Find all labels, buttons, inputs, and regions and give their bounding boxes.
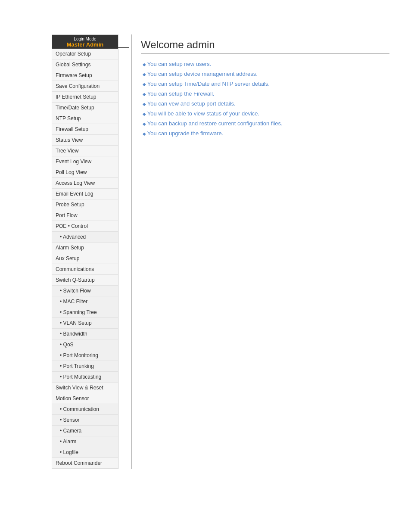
sidebar-item-bandwidth[interactable]: Bandwidth <box>52 329 118 339</box>
sidebar-item-motion-sensor[interactable]: Motion Sensor <box>52 393 118 404</box>
sidebar-item-reboot-commander[interactable]: Reboot Commander <box>52 458 118 469</box>
sidebar-item-poe-advanced[interactable]: Advanced <box>52 232 118 243</box>
sidebar: Login Mode Master Admin Operator SetupGl… <box>52 34 118 469</box>
sidebar-item-status-view[interactable]: Status View <box>52 135 118 146</box>
sidebar-item-aux-setup[interactable]: Aux Setup <box>52 253 118 264</box>
sidebar-item-operator-setup[interactable]: Operator Setup <box>52 49 118 59</box>
sidebar-item-tree-view[interactable]: Tree View <box>52 146 118 156</box>
sidebar-item-port-multicasting[interactable]: Port Multicasting <box>52 372 118 383</box>
sidebar-item-event-log-view[interactable]: Event Log View <box>52 156 118 167</box>
sidebar-item-poe-control[interactable]: POE • Control <box>52 221 118 232</box>
sidebar-item-ntp-setup[interactable]: NTP Setup <box>52 113 118 124</box>
sidebar-item-ip-ethernet-setup[interactable]: IP Ethernet Setup <box>52 92 118 103</box>
sidebar-item-qos[interactable]: QoS <box>52 339 118 350</box>
sidebar-item-spanning-tree[interactable]: Spanning Tree <box>52 307 118 318</box>
sidebar-header: Login Mode Master Admin <box>52 35 118 49</box>
sidebar-item-communications[interactable]: Communications <box>52 264 118 275</box>
sidebar-item-save-configuration[interactable]: Save Configuration <box>52 81 118 92</box>
sidebar-item-email-event-log[interactable]: Email Event Log <box>52 189 118 199</box>
welcome-list: You can setup new users.You can setup de… <box>141 61 389 137</box>
welcome-bullet-5: You will be able to view status of your … <box>141 110 389 117</box>
sidebar-item-sensor[interactable]: Sensor <box>52 415 118 426</box>
sidebar-item-probe-setup[interactable]: Probe Setup <box>52 199 118 210</box>
sidebar-item-port-flow[interactable]: Port Flow <box>52 210 118 221</box>
sidebar-item-time-date-setup[interactable]: Time/Date Setup <box>52 103 118 113</box>
welcome-bullet-1: You can setup device management address. <box>141 71 389 77</box>
main-content: Welcome admin You can setup new users.Yo… <box>131 34 398 469</box>
sidebar-item-alarm[interactable]: Alarm <box>52 436 118 447</box>
sidebar-item-firewall-setup[interactable]: Firewall Setup <box>52 124 118 135</box>
sidebar-item-communication[interactable]: Communication <box>52 404 118 415</box>
welcome-bullet-4: You can vew and setup port details. <box>141 100 389 107</box>
welcome-bullet-3: You can setup the Firewall. <box>141 90 389 97</box>
login-mode-label: Login Mode <box>54 37 116 41</box>
sidebar-item-firmware-setup[interactable]: Firmware Setup <box>52 70 118 81</box>
welcome-bullet-0: You can setup new users. <box>141 61 389 67</box>
top-line <box>52 47 129 48</box>
sidebar-item-global-settings[interactable]: Global Settings <box>52 59 118 70</box>
welcome-bullet-2: You can setup Time/Date and NTP server d… <box>141 81 389 87</box>
sidebar-item-alarm-setup[interactable]: Alarm Setup <box>52 243 118 253</box>
sidebar-item-vlan-setup[interactable]: VLAN Setup <box>52 318 118 329</box>
sidebar-item-switch-view-reset[interactable]: Switch View & Reset <box>52 383 118 393</box>
sidebar-item-mac-filter[interactable]: MAC Filter <box>52 296 118 307</box>
welcome-bullet-6: You can backup and restore current confi… <box>141 120 389 127</box>
sidebar-item-port-trunking[interactable]: Port Trunking <box>52 361 118 372</box>
sidebar-item-port-monitoring[interactable]: Port Monitoring <box>52 350 118 361</box>
sidebar-item-switch-flow[interactable]: Switch Flow <box>52 286 118 296</box>
sidebar-item-access-log-view[interactable]: Access Log View <box>52 178 118 189</box>
sidebar-items: Operator SetupGlobal SettingsFirmware Se… <box>52 49 118 469</box>
welcome-title: Welcome admin <box>141 39 389 54</box>
sidebar-item-logfile[interactable]: Logfile <box>52 447 118 458</box>
welcome-bullet-7: You can upgrade the firmware. <box>141 130 389 137</box>
page-wrapper: Login Mode Master Admin Operator SetupGl… <box>0 0 411 482</box>
sidebar-item-poll-log-view[interactable]: Poll Log View <box>52 167 118 178</box>
sidebar-item-switch-q-startup[interactable]: Switch Q-Startup <box>52 275 118 286</box>
sidebar-item-camera[interactable]: Camera <box>52 426 118 436</box>
master-admin-label: Master Admin <box>54 41 116 48</box>
